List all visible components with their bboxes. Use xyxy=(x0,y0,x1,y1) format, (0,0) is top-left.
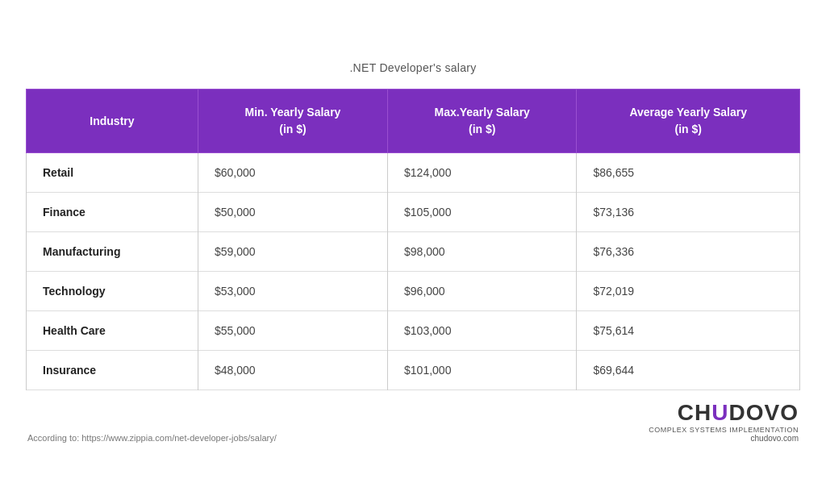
table-row: Retail$60,000$124,000$86,655 xyxy=(27,153,800,193)
source-text: According to: https://www.zippia.com/net… xyxy=(27,433,277,443)
cell-avg: $73,136 xyxy=(577,193,800,232)
cell-max: $105,000 xyxy=(388,193,577,232)
cell-max: $101,000 xyxy=(388,351,577,390)
cell-industry: Health Care xyxy=(27,311,198,351)
cell-industry: Finance xyxy=(27,193,198,232)
table-row: Insurance$48,000$101,000$69,644 xyxy=(27,351,800,390)
chart-title: .NET Developer's salary xyxy=(349,61,476,74)
logo-name: CHUDOVO xyxy=(678,402,799,424)
cell-max: $124,000 xyxy=(388,153,577,193)
logo-dovo: DOVO xyxy=(729,400,799,425)
cell-max: $98,000 xyxy=(388,232,577,272)
page-wrapper: .NET Developer's salary Industry Min. Ye… xyxy=(26,61,800,443)
logo-ch: CH xyxy=(678,400,711,425)
logo-subtitle: COMPLEX SYSTEMS IMPLEMENTATION xyxy=(649,426,799,434)
table-row: Finance$50,000$105,000$73,136 xyxy=(27,193,800,232)
cell-min: $48,000 xyxy=(198,351,387,390)
cell-max: $103,000 xyxy=(388,311,577,351)
cell-avg: $72,019 xyxy=(577,272,800,311)
table-row: Technology$53,000$96,000$72,019 xyxy=(27,272,800,311)
cell-avg: $76,336 xyxy=(577,232,800,272)
cell-min: $53,000 xyxy=(198,272,387,311)
table-header-row: Industry Min. Yearly Salary(in $) Max.Ye… xyxy=(27,90,800,153)
salary-table: Industry Min. Yearly Salary(in $) Max.Ye… xyxy=(26,89,800,390)
cell-industry: Retail xyxy=(27,153,198,193)
logo-u: U xyxy=(711,400,728,425)
cell-min: $55,000 xyxy=(198,311,387,351)
cell-avg: $75,614 xyxy=(577,311,800,351)
cell-min: $59,000 xyxy=(198,232,387,272)
cell-min: $50,000 xyxy=(198,193,387,232)
cell-industry: Technology xyxy=(27,272,198,311)
cell-min: $60,000 xyxy=(198,153,387,193)
logo-block: CHUDOVO COMPLEX SYSTEMS IMPLEMENTATION c… xyxy=(649,402,799,443)
table-row: Manufacturing$59,000$98,000$76,336 xyxy=(27,232,800,272)
header-min-salary: Min. Yearly Salary(in $) xyxy=(198,90,387,153)
cell-avg: $86,655 xyxy=(577,153,800,193)
cell-max: $96,000 xyxy=(388,272,577,311)
header-max-salary: Max.Yearly Salary(in $) xyxy=(388,90,577,153)
footer-row: According to: https://www.zippia.com/net… xyxy=(26,402,800,443)
cell-industry: Manufacturing xyxy=(27,232,198,272)
header-industry: Industry xyxy=(27,90,198,153)
logo-url: chudovo.com xyxy=(751,434,799,443)
cell-industry: Insurance xyxy=(27,351,198,390)
header-avg-salary: Average Yearly Salary(in $) xyxy=(577,90,800,153)
cell-avg: $69,644 xyxy=(577,351,800,390)
table-row: Health Care$55,000$103,000$75,614 xyxy=(27,311,800,351)
